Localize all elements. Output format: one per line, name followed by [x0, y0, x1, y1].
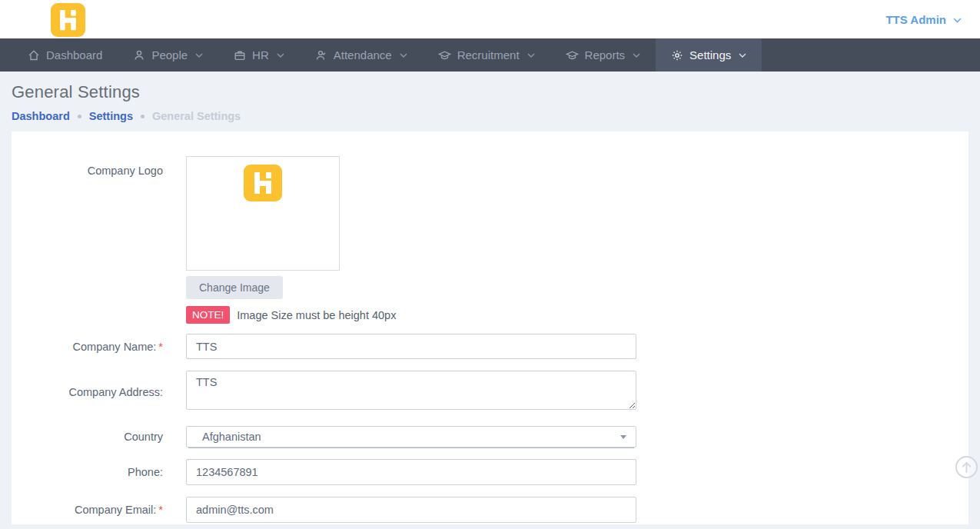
form-row-country: Country Afghanistan	[12, 426, 968, 447]
change-image-button[interactable]: Change Image	[186, 276, 283, 299]
briefcase-icon	[234, 49, 246, 62]
form-row-company-address: Company Address: TTS	[12, 371, 968, 413]
user-menu-dropdown[interactable]: TTS Admin	[885, 13, 962, 26]
gear-icon	[671, 49, 683, 62]
company-address-label: Company Address:	[12, 386, 163, 398]
nav-item-settings[interactable]: Settings	[656, 38, 762, 72]
nav-item-dashboard[interactable]: Dashboard	[12, 38, 118, 72]
nav-label: Reports	[585, 48, 626, 62]
breadcrumb-link-dashboard[interactable]: Dashboard	[12, 110, 70, 122]
scroll-to-top-button[interactable]	[955, 455, 978, 479]
chevron-down-icon	[195, 53, 203, 58]
breadcrumb-separator	[78, 115, 81, 118]
note-text: Image Size must be height 40px	[237, 309, 396, 321]
people-icon	[133, 49, 145, 62]
nav-item-attendance[interactable]: Attendance	[300, 38, 423, 72]
phone-input[interactable]	[186, 459, 636, 485]
chevron-down-icon	[400, 53, 407, 58]
top-header: TTS Admin	[0, 0, 980, 38]
country-select-value: Afghanistan	[187, 431, 261, 443]
form-row-company-email: Company Email:*	[12, 497, 968, 523]
attendance-icon	[315, 49, 327, 62]
form-row-phone: Phone:	[12, 459, 968, 485]
nav-label: HR	[252, 48, 269, 62]
company-name-label: Company Name:*	[12, 341, 163, 353]
company-logo-preview	[186, 156, 340, 271]
required-asterisk: *	[158, 341, 163, 353]
select-dropdown-arrow-icon	[620, 435, 626, 439]
note-line: NOTE! Image Size must be height 40px	[186, 306, 636, 324]
company-address-textarea[interactable]: TTS	[186, 371, 636, 410]
required-asterisk: *	[158, 504, 163, 516]
chevron-down-icon	[527, 53, 535, 58]
chevron-down-icon	[633, 53, 640, 58]
nav-label: Settings	[689, 48, 731, 62]
graduation-cap-icon	[566, 49, 579, 62]
chevron-down-icon	[739, 53, 746, 58]
country-label: Country	[12, 431, 163, 443]
nav-label: Dashboard	[46, 48, 102, 62]
company-logo-label: Company Logo	[12, 156, 163, 324]
country-select[interactable]: Afghanistan	[186, 426, 636, 447]
nav-label: Attendance	[334, 48, 392, 62]
breadcrumb: Dashboard Settings General Settings	[12, 110, 968, 122]
nav-item-hr[interactable]: HR	[218, 38, 300, 72]
h-letter-icon	[51, 2, 85, 38]
chevron-down-icon	[277, 53, 284, 58]
form-row-company-name: Company Name:*	[12, 334, 968, 359]
phone-label: Phone:	[12, 466, 163, 478]
home-icon	[28, 49, 40, 62]
breadcrumb-link-settings[interactable]: Settings	[89, 110, 133, 122]
nav-item-reports[interactable]: Reports	[550, 38, 656, 72]
breadcrumb-current: General Settings	[152, 110, 241, 122]
nav-label: Recruitment	[457, 48, 520, 62]
main-navbar: Dashboard People HR Attendance Recruitme…	[0, 38, 980, 72]
nav-item-recruitment[interactable]: Recruitment	[423, 38, 550, 72]
company-email-input[interactable]	[186, 497, 636, 523]
h-letter-icon	[244, 165, 282, 201]
nav-label: People	[151, 48, 188, 62]
general-settings-card: Company Logo Change Image NOTE! Image Si…	[12, 131, 968, 524]
user-menu-label: TTS Admin	[885, 13, 946, 26]
chevron-down-icon	[953, 18, 962, 23]
graduation-cap-icon	[438, 49, 451, 62]
breadcrumb-separator	[141, 115, 145, 118]
nav-item-people[interactable]: People	[118, 38, 218, 72]
company-email-label: Company Email:*	[12, 504, 163, 516]
page-title: General Settings	[12, 82, 968, 102]
arrow-up-circle-icon	[955, 455, 978, 479]
page-head: General Settings Dashboard Settings Gene…	[0, 72, 980, 122]
note-badge: NOTE!	[186, 306, 230, 324]
company-name-input[interactable]	[186, 334, 636, 359]
company-logo-icon[interactable]	[51, 3, 85, 37]
form-row-company-logo: Company Logo Change Image NOTE! Image Si…	[12, 156, 968, 324]
company-logo-image	[244, 165, 282, 201]
